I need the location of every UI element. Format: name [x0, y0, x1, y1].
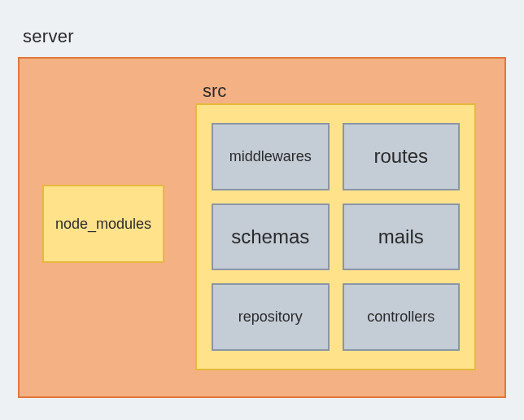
routes-box: routes [343, 123, 461, 190]
src-container: middlewares routes schemas mails reposit… [195, 103, 476, 370]
controllers-box: controllers [343, 283, 461, 351]
schemas-box: schemas [212, 203, 330, 271]
middlewares-box: middlewares [212, 123, 330, 190]
server-container: node_modules src middlewares routes sche… [18, 57, 506, 398]
repository-label: repository [238, 308, 303, 326]
routes-label: routes [373, 145, 428, 168]
middlewares-label: middlewares [229, 148, 312, 165]
server-label: server [23, 26, 74, 47]
controllers-label: controllers [367, 308, 434, 326]
schemas-label: schemas [231, 225, 309, 248]
node-modules-box: node_modules [42, 185, 164, 263]
mails-box: mails [343, 203, 461, 271]
node-modules-label: node_modules [55, 216, 151, 233]
repository-box: repository [212, 283, 330, 351]
mails-label: mails [378, 225, 424, 248]
src-label: src [203, 81, 226, 102]
